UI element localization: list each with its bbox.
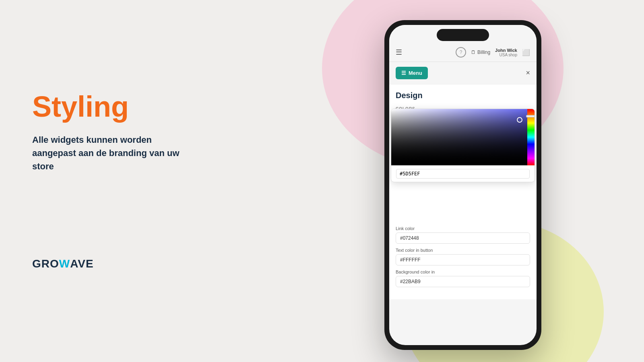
close-button[interactable]: × — [526, 69, 530, 77]
help-button[interactable]: ? — [456, 47, 466, 58]
button-bg-color-label: Background color in — [396, 269, 530, 274]
logo-ave: AVE — [70, 257, 94, 270]
phone-notch — [437, 29, 489, 41]
button-bg-color-input-row — [396, 276, 530, 287]
design-section: Design COLORS Background color Text colo… — [389, 84, 537, 298]
button-text-color-field: Text color in button — [396, 248, 530, 265]
hue-strip[interactable] — [527, 109, 535, 165]
color-gradient-area[interactable] — [391, 109, 535, 165]
left-panel: Styling Alle widgets kunnen worden aange… — [0, 60, 282, 302]
link-color-input[interactable] — [396, 232, 530, 244]
help-icon: ? — [460, 49, 462, 55]
color-hex-field[interactable] — [396, 169, 530, 179]
growave-logo: GRO W AVE — [32, 257, 250, 270]
menu-button[interactable]: ☰ Menu — [396, 67, 428, 79]
link-color-field: Link color — [396, 226, 530, 244]
scrollable-content[interactable]: ☰ Menu × Design COLORS Background color — [389, 62, 537, 299]
billing-label: Billing — [477, 49, 490, 55]
close-icon: × — [526, 69, 530, 77]
hamburger-icon[interactable]: ☰ — [396, 48, 402, 57]
font-list: FULL SUPPORT Arial Arial Black Georgia — [389, 298, 537, 299]
button-bg-color-input[interactable] — [396, 276, 530, 287]
user-info: John Wick USA shop — [495, 48, 517, 57]
user-name: John Wick — [495, 48, 517, 53]
menu-button-label: Menu — [409, 70, 422, 76]
logo-gro: GRO — [32, 257, 59, 270]
page-title: Styling — [32, 92, 250, 121]
hue-handle[interactable] — [526, 115, 535, 117]
menu-bar: ☰ Menu × — [389, 62, 537, 84]
logo-w: W — [59, 257, 70, 270]
gradient-handle[interactable] — [517, 117, 522, 123]
color-hex-input-row — [391, 165, 535, 182]
phone-mockup: ☰ ? 🗒 Billing John Wick USA shop ⬜ — [384, 20, 541, 350]
menu-lines-icon: ☰ — [401, 70, 406, 76]
billing-icon: 🗒 — [471, 49, 476, 55]
header-right: ? 🗒 Billing John Wick USA shop ⬜ — [456, 47, 530, 58]
billing-button[interactable]: 🗒 Billing — [471, 49, 490, 55]
color-picker-popup — [391, 109, 535, 182]
logout-icon[interactable]: ⬜ — [522, 49, 530, 56]
user-shop: USA shop — [500, 53, 517, 57]
button-text-color-label: Text color in button — [396, 248, 530, 253]
button-text-color-input[interactable] — [396, 254, 530, 265]
link-color-input-row — [396, 232, 530, 244]
button-bg-color-field: Background color in — [396, 269, 530, 287]
phone-screen: ☰ ? 🗒 Billing John Wick USA shop ⬜ — [389, 25, 537, 345]
design-title: Design — [396, 91, 530, 100]
right-panel: ☰ ? 🗒 Billing John Wick USA shop ⬜ — [282, 12, 644, 350]
full-support-label: FULL SUPPORT — [389, 298, 537, 299]
link-color-label: Link color — [396, 226, 530, 231]
button-text-color-input-row — [396, 254, 530, 265]
subtitle-text: Alle widgets kunnen worden aangepast aan… — [32, 133, 193, 173]
